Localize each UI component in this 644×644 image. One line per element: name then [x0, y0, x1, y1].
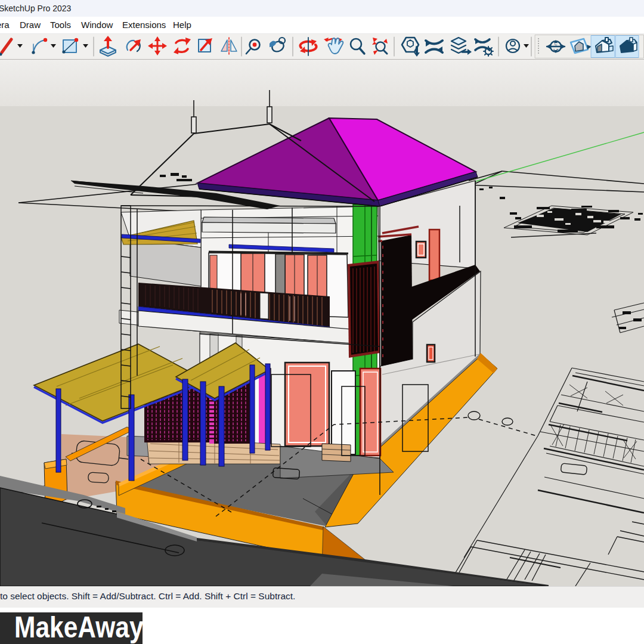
- svg-text:C: C: [555, 42, 558, 46]
- svg-text:A-B: A-B: [553, 48, 559, 52]
